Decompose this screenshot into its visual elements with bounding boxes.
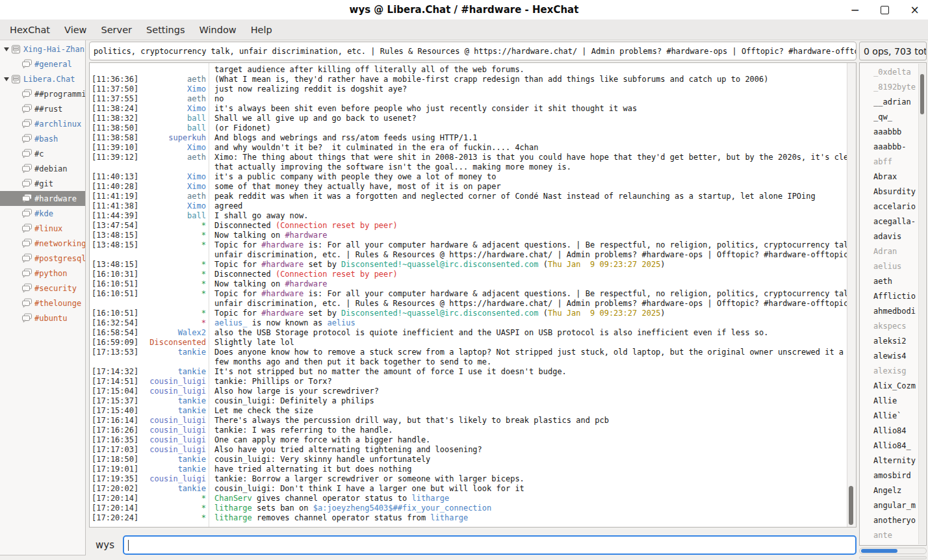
channel-icon <box>21 194 32 203</box>
sidebar-item-xing-hai-zhan[interactable]: Xing-Hai-Zhan <box>0 42 85 57</box>
sidebar-item-label: #hardware <box>34 194 85 203</box>
userlist-scrollbar[interactable] <box>918 64 925 544</box>
message-segment: just now realizing reddit is dogshit aye… <box>214 84 407 94</box>
sidebar-item-label: #debian <box>34 164 85 173</box>
chat-line: [11:38:58]superkuhAnd blogs and webrings… <box>90 133 847 143</box>
nick: tankie <box>140 465 206 474</box>
timestamp: [11:40:13] <box>92 172 138 182</box>
sidebar-item--linux[interactable]: #linux <box>0 221 85 236</box>
message-segment: tankie: I was referring to the handle. <box>214 426 393 435</box>
chat-line: [17:18:50]tankiecousin_luigi: Very skinn… <box>90 455 847 465</box>
message-segment: agreed <box>214 201 242 210</box>
chat-line: [13:48:15]*Topic for #hardware is: For a… <box>90 240 847 250</box>
message-segment: (or Fidonet) <box>214 123 271 133</box>
message-segment: Disconsented!~quassel@irc.disconsented.c… <box>341 309 538 318</box>
message-segment: few months ago and then put it back toge… <box>214 357 491 366</box>
message-segment: it's always been shit even before people… <box>214 104 637 113</box>
sidebar-item--general[interactable]: #general <box>0 57 85 71</box>
sidebar-item--bash[interactable]: #bash <box>0 131 85 146</box>
chat-scrollbar[interactable] <box>847 63 856 527</box>
message-segment: Does anyone know how to remove a stuck s… <box>214 348 844 357</box>
timestamp: [13:48:15] <box>92 240 138 250</box>
message-segment: target audience after killing off litera… <box>214 65 524 74</box>
message-segment: cousin_luigi: Don't think I have a large… <box>214 484 524 493</box>
minimize-button[interactable]: − <box>849 5 860 16</box>
chat-line: [11:38:32]ballShall we all give up and g… <box>90 114 847 123</box>
sidebar-item--networking[interactable]: #networking <box>0 236 85 251</box>
expander-icon[interactable] <box>4 77 9 81</box>
user-list-items: _0xdelta_8192byte__adrian_qw_aaabbbaaabb… <box>860 63 926 543</box>
sidebar-item--python[interactable]: #python <box>0 266 85 281</box>
userlist-scrollbar-handle[interactable] <box>920 74 924 114</box>
timestamp: [13:47:54] <box>92 221 138 231</box>
channel-icon <box>21 298 32 308</box>
menu-item-server[interactable]: Server <box>94 21 139 38</box>
menu-item-view[interactable]: View <box>57 21 94 38</box>
sidebar-item--hardware[interactable]: #hardware <box>0 191 85 206</box>
chat-line: [13:48:15]*Topic for #hardware set by Di… <box>90 260 847 270</box>
close-button[interactable]: × <box>909 5 920 16</box>
sidebar-item--ubuntu[interactable]: #ubuntu <box>0 311 85 325</box>
chat-line: [16:10:51]*Topic for #hardware set by Di… <box>90 309 847 318</box>
timestamp: [16:10:31] <box>92 270 138 279</box>
sidebar-item--kde[interactable]: #kde <box>0 206 85 221</box>
message-segment: Thu Jan 9 09:23:27 2025 <box>548 309 660 318</box>
chat-line: [17:16:35]cousin_luigiOne can apply more… <box>90 435 847 445</box>
message-segment: cousin_luigi: Very skinny handle unfortu… <box>214 455 430 464</box>
text-caret <box>128 540 129 551</box>
sidebar-item--archlinux[interactable]: #archlinux <box>0 116 85 131</box>
chat-line: [11:40:28]Ximosome of that money they ac… <box>90 182 847 192</box>
sidebar-item--postgresql[interactable]: #postgresql <box>0 251 85 266</box>
message-segment: is: For all your computer hardware & adj… <box>303 289 847 298</box>
sidebar-item--programming[interactable]: ##programming <box>0 86 85 101</box>
sidebar-item-label: #networking <box>34 239 85 248</box>
sidebar-item--security[interactable]: #security <box>0 281 85 296</box>
sidebar-item--debian[interactable]: #debian <box>0 161 85 176</box>
chat-scrollbar-handle[interactable] <box>849 486 853 525</box>
nick: * <box>140 318 206 328</box>
titlebar[interactable]: wys @ Libera.Chat / #hardware - HexChat … <box>0 0 928 20</box>
sidebar-item--rust[interactable]: ##rust <box>0 101 85 116</box>
message-segment: Slightly late lol <box>214 338 294 347</box>
channel-icon <box>21 209 32 218</box>
sidebar-item--thelounge[interactable]: #thelounge <box>0 296 85 311</box>
topic-input[interactable]: politics, cryptocurrency talk, unfair di… <box>89 42 857 60</box>
message-segment: litharge <box>214 513 252 522</box>
nick: aeth <box>140 94 206 104</box>
timestamp: [17:16:26] <box>92 426 138 435</box>
menu-item-window[interactable]: Window <box>192 21 244 38</box>
sidebar-item--git[interactable]: #git <box>0 176 85 191</box>
message-segment: (Connection reset by peer) <box>276 221 398 230</box>
menu-item-settings[interactable]: Settings <box>139 21 192 38</box>
message-segment: Also how large is your screwdriver? <box>214 387 379 396</box>
channel-icon <box>21 149 32 159</box>
message-segment: unfair discrimination, etc. | Rules & Re… <box>214 250 847 259</box>
chat-line: [16:10:51]*Topic for #hardware is: For a… <box>90 289 847 299</box>
expander-icon[interactable] <box>4 47 9 51</box>
message-segment: (Connection reset by peer) <box>276 270 398 279</box>
chat-line: [11:41:19]aethpeak reddit was when it wa… <box>90 192 847 201</box>
timestamp: [16:10:51] <box>92 279 138 289</box>
timestamp: [11:37:50] <box>92 84 138 94</box>
sidebar-item--c[interactable]: #c <box>0 146 85 161</box>
timestamp: [17:20:24] <box>92 513 138 523</box>
maximize-button[interactable] <box>879 5 890 16</box>
message-input[interactable] <box>123 535 857 555</box>
userlist-hscrollbar-handle[interactable] <box>861 549 897 553</box>
chat-line: [11:41:38]Ximoagreed <box>90 201 847 211</box>
chat-line: [11:36:36]aeth(What I mean is, they'd ra… <box>90 75 847 84</box>
chat-line: [16:10:51]*Now talking on #hardware <box>90 279 847 289</box>
chat-line: [17:16:26]cousin_luigitankie: I was refe… <box>90 426 847 435</box>
chat-line: [16:10:31]*Disconnected (Connection rese… <box>90 270 847 279</box>
timestamp: [17:16:35] <box>92 435 138 445</box>
timestamp: [11:38:58] <box>92 133 138 143</box>
channel-icon <box>21 268 32 278</box>
menu-item-help[interactable]: Help <box>244 21 279 38</box>
userlist-hscrollbar[interactable] <box>859 548 927 554</box>
hexchat-window: wys @ Libera.Chat / #hardware - HexChat … <box>0 0 928 560</box>
sidebar-item-libera-chat[interactable]: Libera.Chat <box>0 71 85 86</box>
timestamp: [17:15:40] <box>92 406 138 416</box>
menu-item-hexchat[interactable]: HexChat <box>3 21 57 38</box>
channel-icon <box>21 164 32 173</box>
sidebar-item-label: #archlinux <box>34 120 85 129</box>
